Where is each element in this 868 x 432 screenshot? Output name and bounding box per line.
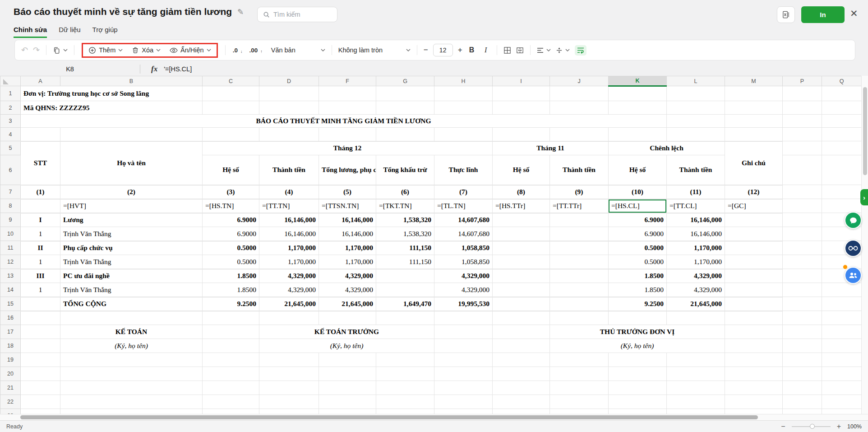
cell[interactable] [319, 381, 376, 395]
cell[interactable] [376, 283, 434, 297]
cell[interactable] [259, 395, 319, 409]
colnum-2[interactable]: (2) [60, 185, 203, 199]
cell[interactable] [376, 269, 434, 283]
cell[interactable] [493, 367, 550, 381]
column-header-Q[interactable]: Q [822, 76, 862, 86]
cell[interactable] [783, 353, 822, 367]
cell-name[interactable]: Trịnh Văn Thắng [60, 227, 203, 241]
cell[interactable] [667, 409, 725, 414]
search-input[interactable]: Tìm kiếm [257, 7, 337, 22]
cell[interactable] [319, 353, 376, 367]
header-thang-12[interactable]: Tháng 12 [203, 141, 493, 155]
cell-name[interactable]: Lương [60, 213, 203, 227]
cell[interactable]: 4,329,000 [667, 283, 725, 297]
formula-cell-L8[interactable]: =[TT.CL] [667, 199, 725, 213]
cell-name[interactable]: Phụ cấp chức vụ [60, 241, 203, 255]
cell[interactable]: 1,170,000 [667, 241, 725, 255]
cell[interactable] [725, 283, 783, 297]
side-panel-toggle[interactable]: › [860, 189, 868, 205]
cell[interactable] [60, 395, 203, 409]
cell[interactable] [783, 311, 822, 325]
cell[interactable] [434, 101, 493, 115]
formula-cell-G8[interactable]: =[TKT.TN] [376, 199, 434, 213]
cell[interactable] [493, 283, 550, 297]
column-header-D[interactable]: D [259, 76, 319, 86]
cell[interactable] [725, 213, 783, 227]
menu-tro-giup[interactable]: Trợ giúp [92, 26, 118, 38]
cell[interactable] [550, 367, 609, 381]
cell[interactable]: 0.5000 [203, 241, 259, 255]
row-header-9[interactable]: 9 [0, 213, 21, 227]
row-header-21[interactable]: 21 [0, 381, 21, 395]
cell[interactable] [376, 353, 434, 367]
row-header-10[interactable]: 10 [0, 227, 21, 241]
cell[interactable] [434, 381, 493, 395]
cell[interactable]: 1,649,470 [376, 297, 434, 311]
cell[interactable] [667, 353, 725, 367]
cell[interactable] [550, 213, 609, 227]
zoom-out-button[interactable]: − [781, 423, 785, 431]
cell[interactable] [434, 311, 493, 325]
close-icon[interactable]: ✕ [850, 8, 858, 19]
cell[interactable] [376, 101, 434, 115]
row-header-20[interactable]: 20 [0, 367, 21, 381]
cell[interactable] [783, 185, 822, 199]
cell[interactable] [609, 395, 667, 409]
row-header-19[interactable]: 19 [0, 353, 21, 367]
edit-title-icon[interactable]: ✎ [237, 7, 244, 17]
cell[interactable]: 14,607,680 [434, 213, 493, 227]
formula-cell-J8[interactable]: =[TT.TTr] [550, 199, 609, 213]
cell[interactable] [725, 395, 783, 409]
cell[interactable] [783, 227, 822, 241]
row-header-5[interactable]: 5 [0, 141, 21, 155]
cell[interactable] [493, 86, 550, 101]
cell[interactable] [609, 353, 667, 367]
cell[interactable] [550, 311, 609, 325]
cell[interactable] [609, 128, 667, 141]
cell[interactable] [493, 311, 550, 325]
cell[interactable] [376, 128, 434, 141]
column-header-K-selected[interactable]: K [609, 76, 667, 86]
signature-ke-toan[interactable]: KẾ TOÁN [60, 325, 203, 339]
cell[interactable] [609, 86, 667, 101]
cell[interactable] [822, 199, 862, 213]
cell[interactable] [376, 367, 434, 381]
cell[interactable]: 1,170,000 [319, 255, 376, 269]
cell[interactable] [725, 339, 783, 353]
cell[interactable]: 4,329,000 [667, 269, 725, 283]
cell[interactable] [493, 255, 550, 269]
zoom-slider[interactable] [792, 426, 831, 427]
cell[interactable] [259, 353, 319, 367]
total-label-cell[interactable]: TỔNG CỘNG [60, 297, 203, 311]
row-header-1[interactable]: 1 [0, 86, 21, 101]
header-tong-khau-tru[interactable]: Tổng khấu trừ [376, 155, 434, 185]
cell[interactable] [203, 353, 259, 367]
cell[interactable] [203, 101, 259, 115]
cell[interactable] [667, 101, 725, 115]
cell[interactable] [783, 115, 822, 128]
cell[interactable] [319, 86, 376, 101]
cell[interactable] [783, 241, 822, 255]
decrease-decimal-button[interactable]: .0↓ [232, 47, 244, 54]
code-line-cell[interactable]: Mã QHNS: ZZZZZ95 [21, 101, 203, 115]
cell[interactable] [667, 311, 725, 325]
cell[interactable] [203, 311, 259, 325]
cell[interactable]: 4,329,000 [259, 283, 319, 297]
cell[interactable] [434, 128, 493, 141]
cell[interactable] [783, 409, 822, 414]
row-header-8[interactable]: 8 [0, 199, 21, 213]
cell[interactable] [550, 128, 609, 141]
row-header-7[interactable]: 7 [0, 185, 21, 199]
cell[interactable] [725, 115, 783, 128]
row-header-15[interactable]: 15 [0, 297, 21, 311]
signature-sub-3[interactable]: (Ký, họ tên) [550, 339, 725, 353]
cell[interactable] [725, 255, 783, 269]
rounding-dropdown[interactable]: Không làm tròn [338, 46, 411, 54]
row-header-13[interactable]: 13 [0, 269, 21, 283]
cell[interactable] [822, 339, 862, 353]
cell[interactable] [822, 227, 862, 241]
cell[interactable] [259, 311, 319, 325]
print-button[interactable]: In [801, 6, 845, 23]
report-title-cell[interactable]: BÁO CÁO THUYẾT MINH TĂNG GIẢM TIỀN LƯƠNG [21, 115, 667, 128]
cell[interactable] [376, 381, 434, 395]
